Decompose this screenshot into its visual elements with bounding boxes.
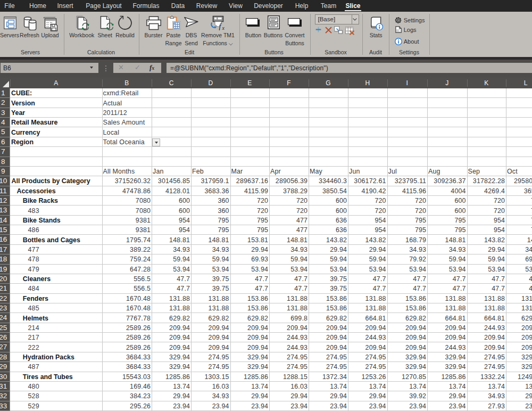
svg-text:x: x	[222, 25, 225, 31]
